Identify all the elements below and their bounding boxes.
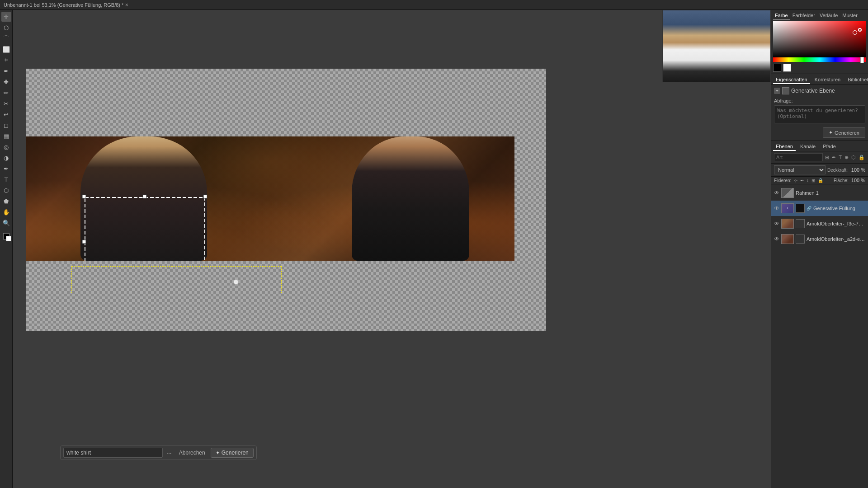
close-icon[interactable]: × [123, 2, 130, 8]
layer-item[interactable]: 👁 ArnoldOberleiter-_f3e-76598e030679 [771, 216, 868, 231]
color-swatches [773, 64, 866, 72]
layer-mask [796, 235, 805, 244]
generative-layer-name: Generative Ebene [791, 88, 835, 94]
generative-section: ✦ Generative Ebene Abfrage: ✦ Generieren [771, 84, 868, 141]
generative-layer-icon: ✦ [774, 88, 780, 94]
layer-tool-2[interactable]: ✒ [831, 154, 836, 161]
layers-tabs: Ebenen Kanäle Pfade [771, 141, 868, 151]
woman-right [352, 136, 469, 261]
hue-slider[interactable] [773, 57, 866, 62]
fix-icon-4[interactable]: ⊞ [811, 178, 815, 183]
woman-left [80, 136, 207, 261]
path-select-tool[interactable]: ⬡ [1, 185, 11, 195]
tab-farbe[interactable]: Farbe [773, 12, 790, 19]
eraser-tool[interactable]: ◻ [1, 120, 11, 130]
hand-tool[interactable]: ✋ [1, 207, 11, 217]
layer-visibility-icon[interactable]: 👁 [774, 236, 779, 242]
layer-tool-1[interactable]: ⊞ [825, 154, 830, 161]
webcam-overlay [662, 10, 771, 82]
shape-tool[interactable]: ⬟ [1, 196, 11, 206]
fixieren-label: Fixieren: [774, 178, 791, 183]
fix-icon-1[interactable]: ⊹ [794, 178, 797, 183]
opacity-label: Deckkraft: [827, 168, 848, 173]
layer-mask [796, 204, 805, 213]
tab-bibliotheken[interactable]: Bibliotheken [845, 76, 868, 84]
gradient-tool[interactable]: ▦ [1, 131, 11, 141]
panel-generate-button[interactable]: ✦ Generieren [823, 127, 865, 138]
canvas-image [26, 136, 514, 261]
layer-chain-icon: 🔗 [807, 206, 811, 211]
layer-thumbnail: ✦ [781, 203, 794, 213]
fix-icon-3[interactable]: ↕ [807, 178, 809, 183]
layer-name: Rahmen 1 [796, 190, 865, 196]
layer-tool-4[interactable]: ⊕ [844, 154, 849, 161]
layer-name: Generative Füllung [813, 206, 865, 211]
fixieren-row: Fixieren: ⊹ ✒ ↕ ⊞ 🔒 Fläche: 100 % [771, 177, 868, 184]
layer-item[interactable]: 👁 ✦ 🔗 Generative Füllung [771, 201, 868, 216]
canvas-area[interactable]: white shirt ··· Abbrechen ✦ Generieren [13, 10, 771, 488]
layer-name: ArnoldOberleiter-_f3e-76598e030679 [807, 221, 865, 226]
cancel-button[interactable]: Abbrechen [175, 448, 209, 457]
text-tool[interactable]: T [1, 174, 11, 184]
layer-tool-3[interactable]: T [838, 154, 842, 160]
main-layout: ✛ ⬡ ⌒ ⬜ ⌗ ✒ ✚ ✏ ✂ ↩ ◻ ▦ ◎ ◑ ✒ T ⬡ ⬟ ✋ 🔍 [0, 10, 868, 488]
layer-tool-6[interactable]: 🔒 [858, 154, 865, 161]
crop-tool[interactable]: ⌗ [1, 55, 11, 65]
flache-label: Fläche: [834, 178, 849, 183]
left-toolbar: ✛ ⬡ ⌒ ⬜ ⌗ ✒ ✚ ✏ ✂ ↩ ◻ ▦ ◎ ◑ ✒ T ⬡ ⬟ ✋ 🔍 [0, 10, 13, 488]
tab-ebenen[interactable]: Ebenen [773, 143, 796, 151]
marquee-tool[interactable]: ⬜ [1, 44, 11, 54]
history-brush[interactable]: ↩ [1, 109, 11, 119]
tab-muster[interactable]: Muster [840, 12, 859, 19]
layer-thumbnail [781, 219, 794, 229]
generate-label: Generieren [222, 450, 249, 456]
gen-btn-icon: ✦ [829, 130, 833, 136]
generate-button[interactable]: ✦ Generieren [211, 448, 254, 458]
flache-value: 100 % [851, 178, 865, 183]
tab-verlaeufe[interactable]: Verläufe [818, 12, 840, 19]
color-picker-gradient[interactable] [773, 21, 866, 57]
tab-pfade[interactable]: Pfade [820, 143, 839, 151]
layer-item[interactable]: 👁 ArnoldOberleiter-_a2d-e17873a531ac [771, 231, 868, 247]
layer-search-input[interactable] [774, 153, 823, 161]
pen-tool[interactable]: ✒ [1, 164, 11, 174]
generative-fill-input[interactable]: white shirt [63, 448, 163, 458]
eyedropper-tool[interactable]: ✒ [1, 66, 11, 76]
abfrage-label: Abfrage: [774, 98, 865, 103]
title-bar: Unbenannt-1 bei 53,1% (Generative Füllun… [0, 0, 868, 10]
blur-tool[interactable]: ◎ [1, 142, 11, 152]
background-swatch[interactable] [783, 64, 791, 72]
selection-tool[interactable]: ⬡ [1, 23, 11, 33]
layer-name: ArnoldOberleiter-_a2d-e17873a531ac [807, 236, 865, 242]
layer-visibility-icon[interactable]: 👁 [774, 190, 779, 196]
blend-mode-select[interactable]: Normal [774, 165, 826, 174]
layer-visibility-icon[interactable]: 👁 [774, 205, 779, 211]
clone-tool[interactable]: ✂ [1, 99, 11, 108]
abfrage-input[interactable] [774, 105, 865, 123]
tab-eigenschaften[interactable]: Eigenschaften [773, 76, 810, 84]
brush-tool[interactable]: ✏ [1, 88, 11, 98]
tab-korrekturen[interactable]: Korrekturen [812, 76, 843, 84]
opacity-value: 100 % [849, 167, 865, 173]
right-panel: Farbe Farbfelder Verläufe Muster Eigensc… [771, 10, 868, 488]
layer-item[interactable]: 👁 Rahmen 1 [771, 185, 868, 201]
foreground-color[interactable] [1, 231, 11, 241]
fix-icon-5[interactable]: 🔒 [818, 178, 823, 183]
lasso-tool[interactable]: ⌒ [1, 33, 11, 43]
dodge-tool[interactable]: ◑ [1, 153, 11, 163]
fix-icon-2[interactable]: ✒ [800, 178, 804, 183]
layer-visibility-icon[interactable]: 👁 [774, 221, 779, 227]
tab-farbfelder[interactable]: Farbfelder [791, 12, 817, 19]
tab-kanaele[interactable]: Kanäle [797, 143, 818, 151]
foreground-swatch[interactable] [773, 64, 781, 72]
more-options-button[interactable]: ··· [165, 448, 174, 457]
heal-tool[interactable]: ✚ [1, 77, 11, 87]
floating-toolbar: white shirt ··· Abbrechen ✦ Generieren [60, 446, 257, 460]
move-tool[interactable]: ✛ [1, 12, 11, 22]
generate-icon: ✦ [216, 450, 220, 456]
layer-tool-5[interactable]: ⬡ [851, 154, 856, 161]
layer-thumbnail [781, 188, 794, 198]
color-panel: Farbe Farbfelder Verläufe Muster [771, 10, 868, 74]
layer-thumb-small [782, 87, 789, 94]
zoom-tool[interactable]: 🔍 [1, 218, 11, 228]
